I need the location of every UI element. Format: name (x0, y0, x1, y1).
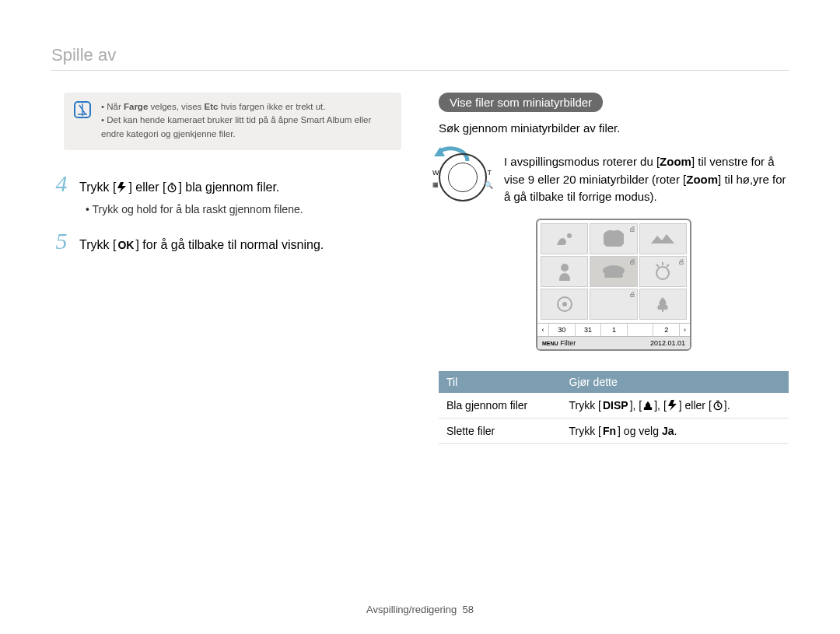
svg-point-3 (567, 233, 572, 238)
zoom-text: I avspillingsmodus roterer du [Zoom] til… (504, 153, 789, 206)
step-4-sub: Trykk og hold for å bla raskt gjennom fi… (86, 203, 401, 215)
thumb (541, 289, 588, 320)
info-note: Når Farge velges, vises Etc hvis fargen … (64, 93, 401, 150)
print-icon: 🖨 (629, 226, 635, 233)
thumb (639, 289, 687, 320)
thumb: 🖨 (639, 256, 687, 287)
actions-table: Til Gjør dette Bla gjennom filer Trykk [… (439, 371, 789, 444)
step-4-text: Trykk [] eller [] bla gjennom filer. (79, 179, 279, 196)
step-5-text: Trykk [OK] for å gå tilbake til normal v… (79, 236, 324, 254)
flash-icon (116, 182, 128, 193)
svg-rect-2 (171, 183, 174, 184)
info-icon (73, 100, 92, 119)
svg-point-9 (562, 302, 567, 306)
thumb: 🖨 (590, 223, 637, 254)
page-footer: Avspilling/redigering 58 (0, 604, 840, 615)
svg-rect-12 (716, 400, 719, 401)
table-row: Slette filer Trykk [Fn] og velg Ja. (439, 418, 789, 443)
zoom-instruction: W T ▦ 🔍 I avspillingsmodus roterer du [Z… (439, 153, 789, 206)
left-column: Når Farge velges, vises Etc hvis fargen … (51, 93, 401, 444)
label-w: W (432, 169, 439, 177)
thumb-selected: 🖨 (590, 256, 637, 287)
page-title: Spille av (51, 45, 789, 65)
thumb-footer: MENU Filter 2012.01.01 (537, 336, 690, 349)
svg-rect-6 (604, 274, 623, 278)
zoom-dial-diagram: W T ▦ 🔍 (439, 153, 487, 201)
two-columns: Når Farge velges, vises Etc hvis fargen … (51, 93, 789, 444)
thumb (639, 223, 687, 254)
page: Spille av Når Farge velges, vises Etc hv… (0, 0, 840, 634)
thumbnail-preview: 🖨 🖨 🖨 🖨 ‹ 30 31 1 2 › (536, 219, 691, 351)
thumb-date-bar: ‹ 30 31 1 2 › (537, 323, 690, 336)
step-5: 5 Trykk [OK] for å gå tilbake til normal… (51, 228, 401, 254)
svg-point-4 (561, 264, 569, 271)
thumb (541, 256, 588, 287)
prev-icon: ‹ (537, 324, 548, 336)
ok-key: OK (116, 238, 135, 254)
step-number-4: 4 (51, 170, 72, 197)
section-pill: Vise filer som miniatyrbilder (439, 93, 603, 112)
magnifier-icon: 🔍 (485, 181, 493, 189)
thumb: 🖨 (590, 289, 637, 320)
right-column: Vise filer som miniatyrbilder Søk gjenno… (439, 93, 789, 444)
print-icon: 🖨 (629, 291, 635, 298)
disp-key: DISP (601, 399, 630, 412)
flash-icon (667, 400, 679, 411)
svg-rect-10 (662, 309, 663, 312)
note-text: Når Farge velges, vises Etc hvis fargen … (101, 100, 390, 141)
dial-outer: W T ▦ 🔍 (439, 153, 487, 201)
th-til: Til (439, 371, 562, 393)
label-t: T (488, 169, 492, 177)
table-row: Bla gjennom filer Trykk [DISP], [], [] e… (439, 393, 789, 419)
section-lead: Søk gjennom miniatyrbilder av filer. (439, 121, 789, 135)
step-4: 4 Trykk [] eller [] bla gjennom filer. (51, 170, 401, 197)
timer-icon (712, 400, 724, 411)
grid-icon: ▦ (432, 181, 439, 188)
step-number-5: 5 (51, 228, 72, 254)
thumb (541, 223, 588, 254)
print-icon: 🖨 (629, 258, 635, 265)
divider (51, 70, 789, 71)
dial-inner (448, 163, 478, 192)
th-gjor: Gjør dette (562, 371, 789, 393)
timer-icon (166, 182, 178, 193)
svg-point-7 (656, 267, 669, 279)
next-icon: › (679, 324, 690, 336)
print-icon: 🖨 (678, 258, 684, 265)
fn-key: Fn (601, 425, 618, 437)
macro-icon (642, 400, 654, 411)
